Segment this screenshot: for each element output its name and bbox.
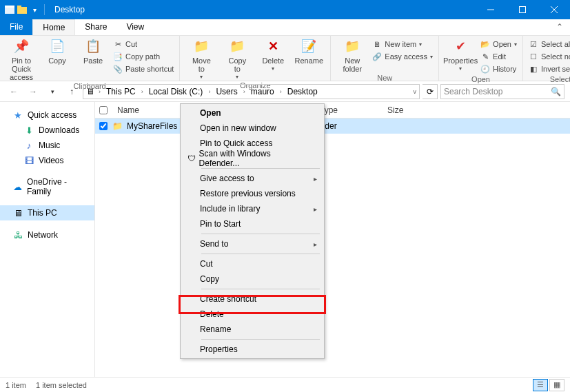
- rename-label: Rename: [295, 56, 324, 65]
- window-title: Desktop: [52, 5, 475, 14]
- paste-button[interactable]: 📋Paste: [77, 37, 109, 65]
- ctx-rename[interactable]: Rename: [182, 322, 323, 337]
- nav-label: OneDrive - Family: [27, 177, 89, 196]
- new-folder-button[interactable]: 📁New folder: [336, 37, 368, 73]
- ctx-open[interactable]: Open: [182, 105, 323, 121]
- crumb-seg[interactable]: Local Disk (C:): [146, 87, 206, 96]
- cloud-icon: ☁: [12, 181, 23, 192]
- tab-file[interactable]: File: [0, 19, 32, 35]
- up-button[interactable]: ↑: [63, 83, 80, 100]
- ctx-defender[interactable]: 🛡Scan with Windows Defender...: [182, 151, 323, 166]
- properties-button[interactable]: ✔Properties▾: [445, 37, 476, 72]
- ctx-include-library[interactable]: Include in library▸: [182, 201, 323, 216]
- chevron-right-icon[interactable]: ›: [97, 88, 102, 95]
- crumb-seg[interactable]: Users: [213, 87, 240, 96]
- delete-button[interactable]: ✕Delete▾: [257, 37, 289, 72]
- qat-overflow[interactable]: ▾: [29, 4, 40, 15]
- paste-shortcut-button[interactable]: 📎Paste shortcut: [113, 63, 174, 74]
- select-none-icon: ☐: [529, 52, 538, 61]
- nav-videos[interactable]: 🎞Videos: [0, 153, 94, 168]
- svg-rect-5: [520, 7, 526, 13]
- select-all-button[interactable]: ☑Select all: [529, 39, 570, 50]
- ctx-pin-start[interactable]: Pin to Start: [182, 216, 323, 231]
- maximize-button[interactable]: [507, 0, 538, 19]
- nav-music[interactable]: ♪Music: [0, 138, 94, 153]
- file-type: older: [318, 121, 386, 131]
- ctx-cut[interactable]: Cut: [182, 256, 323, 271]
- nav-onedrive[interactable]: ☁OneDrive - Family: [0, 175, 94, 198]
- tab-share[interactable]: Share: [75, 19, 116, 35]
- nav-downloads[interactable]: ⬇Downloads: [0, 123, 94, 138]
- pin-quick-button[interactable]: 📌Pin to Quick access: [6, 37, 37, 81]
- close-button[interactable]: [538, 0, 570, 19]
- select-none-button[interactable]: ☐Select none: [529, 51, 570, 62]
- videos-icon: 🎞: [23, 155, 34, 166]
- copy-to-button[interactable]: 📁Copy to▾: [221, 37, 253, 81]
- view-details-button[interactable]: ☰: [533, 379, 548, 391]
- ctx-label: Send to: [200, 239, 228, 249]
- back-button[interactable]: ←: [6, 83, 22, 100]
- ctx-label: Pin to Start: [200, 219, 241, 229]
- easy-access-button[interactable]: 🔗Easy access ▾: [372, 51, 433, 62]
- pc-icon: 🖥: [85, 86, 96, 97]
- minimize-button[interactable]: [475, 0, 507, 19]
- history-button[interactable]: 🕘History: [480, 63, 517, 74]
- rename-button[interactable]: 📝Rename: [293, 37, 325, 65]
- crumb-seg[interactable]: Desktop: [285, 87, 320, 96]
- ctx-give-access[interactable]: Give access to▸: [182, 171, 323, 186]
- crumb-seg[interactable]: This PC: [103, 87, 139, 96]
- copy-icon: 📄: [49, 39, 65, 55]
- ctx-create-shortcut[interactable]: Create shortcut: [182, 291, 323, 307]
- breadcrumb[interactable]: 🖥 › This PC› Local Disk (C:)› Users› mau…: [83, 84, 420, 99]
- properties-icon: ✔: [452, 39, 469, 55]
- recent-dropdown[interactable]: ▾: [44, 83, 61, 100]
- chevron-right-icon[interactable]: ›: [140, 88, 145, 95]
- copy-path-button[interactable]: 📑Copy path: [113, 51, 174, 62]
- ctx-label: Include in library: [200, 204, 260, 214]
- new-item-button[interactable]: 🗎New item ▾: [372, 39, 433, 50]
- file-row[interactable]: 📁 MyShareFiles older: [95, 118, 570, 134]
- refresh-button[interactable]: ⟳: [423, 84, 438, 99]
- invert-selection-icon: ◧: [529, 64, 538, 74]
- chevron-right-icon[interactable]: ›: [278, 88, 283, 95]
- nav-label: Downloads: [39, 125, 79, 135]
- col-size[interactable]: Size: [382, 105, 423, 115]
- row-checkbox[interactable]: [99, 122, 108, 130]
- ctx-delete[interactable]: Delete: [182, 307, 323, 322]
- move-to-label: Move to: [192, 56, 211, 73]
- edit-label: Edit: [493, 52, 506, 61]
- ctx-copy[interactable]: Copy: [182, 271, 323, 287]
- ctx-send-to[interactable]: Send to▸: [182, 236, 323, 251]
- open-button[interactable]: 📂Open ▾: [480, 39, 517, 50]
- ctx-open-new-window[interactable]: Open in new window: [182, 121, 323, 136]
- view-large-icons-button[interactable]: ▦: [549, 379, 564, 391]
- invert-selection-button[interactable]: ◧Invert selection: [529, 63, 570, 74]
- copy-path-label: Copy path: [125, 52, 160, 61]
- nav-quick-access[interactable]: ★Quick access: [0, 107, 94, 123]
- nav-this-pc[interactable]: 🖥This PC: [0, 205, 94, 220]
- forward-button[interactable]: →: [25, 83, 41, 100]
- select-all-icon: ☑: [529, 39, 538, 49]
- search-input[interactable]: Search Desktop 🔍: [440, 84, 564, 99]
- crumb-seg[interactable]: mauro: [248, 87, 277, 96]
- ctx-properties[interactable]: Properties: [182, 342, 323, 357]
- copy-button[interactable]: 📄Copy: [41, 37, 73, 65]
- paste-label: Paste: [83, 56, 103, 65]
- nav-network[interactable]: 🖧Network: [0, 227, 94, 243]
- ctx-restore[interactable]: Restore previous versions: [182, 186, 323, 201]
- tab-home[interactable]: Home: [32, 19, 75, 35]
- tab-view[interactable]: View: [116, 19, 154, 35]
- ribbon-expand-icon[interactable]: ⌃: [549, 19, 570, 35]
- cut-button[interactable]: ✂Cut: [113, 39, 174, 50]
- crumb-dropdown[interactable]: v: [412, 88, 418, 95]
- chevron-right-icon[interactable]: ›: [242, 88, 247, 95]
- submenu-arrow-icon: ▸: [314, 205, 317, 213]
- edit-button[interactable]: ✎Edit: [480, 51, 517, 62]
- status-bar: 1 item 1 item selected ☰ ▦: [0, 377, 570, 392]
- new-group-label: New: [336, 73, 433, 82]
- new-item-label: New item: [385, 40, 416, 48]
- chevron-right-icon[interactable]: ›: [207, 88, 212, 95]
- folder-icon: 📁: [112, 121, 123, 132]
- move-to-button[interactable]: 📁Move to▾: [185, 37, 217, 81]
- select-all-checkbox[interactable]: [99, 106, 108, 114]
